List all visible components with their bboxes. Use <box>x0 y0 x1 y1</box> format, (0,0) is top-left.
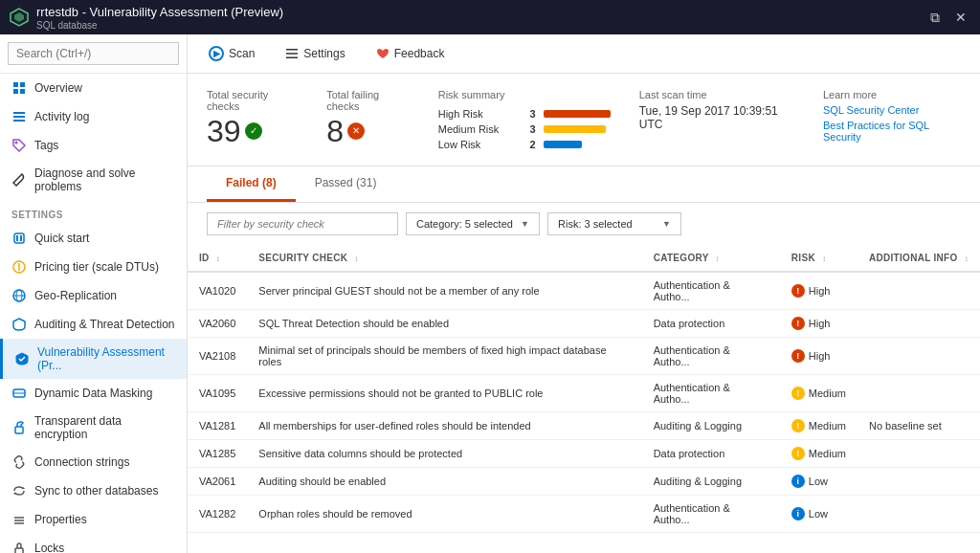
col-id[interactable]: ID ↕ <box>188 245 247 272</box>
sidebar-item-label: Connection strings <box>34 455 129 469</box>
best-practices-link[interactable]: Best Practices for SQL Security <box>823 120 961 143</box>
risk-row-low: Low Risk 2 <box>438 139 611 150</box>
risk-dropdown-arrow: ▼ <box>662 219 671 229</box>
search-box[interactable] <box>0 34 187 74</box>
risk-summary: Risk summary High Risk 3 Medium Risk 3 L… <box>438 89 611 150</box>
settings-button[interactable]: Settings <box>279 43 350 64</box>
table-row[interactable]: VA2108 Minimal set of principals should … <box>188 338 980 375</box>
toolbar: ▶ Scan Settings Feedback <box>188 34 980 74</box>
sql-security-center-link[interactable]: SQL Security Center <box>823 104 961 116</box>
table-row[interactable]: VA2060 SQL Threat Detection should be en… <box>188 310 980 338</box>
total-checks-block: Total security checks 39 ✓ <box>207 89 298 146</box>
risk-summary-label: Risk summary <box>438 89 611 100</box>
risk-dot: i <box>791 507 805 520</box>
title-bar: rrtestdb - Vulnerability Assessment (Pre… <box>0 0 980 34</box>
sidebar-item-geo-replication[interactable]: Geo-Replication <box>0 281 187 310</box>
svg-rect-8 <box>13 120 25 122</box>
cell-risk: ! Medium <box>780 440 858 468</box>
sidebar-item-label: Quick start <box>34 232 89 245</box>
risk-row-medium: Medium Risk 3 <box>438 123 611 135</box>
sidebar-item-locks[interactable]: Locks <box>0 534 187 553</box>
col-security-check[interactable]: SECURITY CHECK ↕ <box>247 245 641 272</box>
failing-badge: ✕ <box>347 122 365 140</box>
risk-text: Medium <box>809 420 846 431</box>
cell-check: Server principal GUEST should not be a m… <box>247 272 641 310</box>
risk-dot: ! <box>791 284 805 298</box>
tabs-row: Failed (8) Passed (31) <box>188 166 980 203</box>
scan-button[interactable]: ▶ Scan <box>203 42 260 65</box>
risk-count-high: 3 <box>523 108 536 120</box>
sidebar-item-overview[interactable]: Overview <box>0 74 187 102</box>
cell-additional <box>858 310 980 338</box>
risk-label-low: Low Risk <box>438 139 515 150</box>
risk-text: Low <box>809 508 828 520</box>
table-row[interactable]: VA1020 Server principal GUEST should not… <box>188 272 980 310</box>
sidebar-item-diagnose[interactable]: Diagnose and solve problems <box>0 160 187 200</box>
sidebar-item-pricing-tier[interactable]: Pricing tier (scale DTUs) <box>0 253 187 281</box>
settings-section-label: SETTINGS <box>0 200 187 224</box>
close-icon[interactable]: ✕ <box>951 8 970 27</box>
filter-input[interactable] <box>207 212 398 235</box>
sidebar-item-connection-strings[interactable]: Connection strings <box>0 448 187 476</box>
sidebar-item-properties[interactable]: Properties <box>0 505 187 534</box>
table-row[interactable]: VA1281 All memberships for user-defined … <box>188 412 980 440</box>
svg-rect-3 <box>20 82 25 87</box>
cell-risk: ! Medium <box>780 412 858 440</box>
sidebar-item-sync-databases[interactable]: Sync to other databases <box>0 476 187 505</box>
scan-time-value: Tue, 19 Sep 2017 10:39:51 UTC <box>639 104 794 131</box>
svg-rect-4 <box>13 89 18 94</box>
sidebar-item-tags[interactable]: Tags <box>0 131 187 160</box>
svg-rect-7 <box>13 116 25 118</box>
sidebar-item-label: Transparent data encryption <box>34 414 175 441</box>
cell-id: VA1282 <box>188 496 247 533</box>
search-input[interactable] <box>8 42 179 65</box>
risk-label-high: High Risk <box>438 108 515 120</box>
window-subtitle: SQL database <box>36 20 283 31</box>
svg-rect-11 <box>16 235 18 241</box>
svg-rect-27 <box>286 49 298 51</box>
cell-additional <box>858 468 980 496</box>
cell-check: Excessive permissions should not be gran… <box>247 375 641 412</box>
risk-bar-high <box>544 110 611 118</box>
tab-passed[interactable]: Passed (31) <box>296 166 396 202</box>
sidebar-item-dynamic-masking[interactable]: Dynamic Data Masking <box>0 379 187 408</box>
col-risk[interactable]: RISK ↕ <box>780 245 858 272</box>
risk-text: High <box>809 350 831 362</box>
category-dropdown[interactable]: Category: 5 selected ▼ <box>406 212 540 235</box>
table-row[interactable]: VA1282 Orphan roles should be removed Au… <box>188 496 980 533</box>
svg-rect-5 <box>20 89 25 94</box>
sidebar-item-auditing[interactable]: Auditing & Threat Detection <box>0 310 187 339</box>
col-additional-info[interactable]: ADDITIONAL INFO ↕ <box>858 245 980 272</box>
cell-category: Authentication & Autho... <box>642 272 780 310</box>
link-icon <box>11 454 27 470</box>
sync-icon <box>11 483 27 498</box>
risk-dot: ! <box>791 387 805 400</box>
sidebar-item-activity-log[interactable]: Activity log <box>0 102 187 131</box>
risk-label-medium: Medium Risk <box>438 123 515 135</box>
risk-text: Medium <box>809 448 846 459</box>
cell-additional <box>858 338 980 375</box>
sidebar-item-vulnerability[interactable]: Vulnerability Assessment (Pr... <box>0 339 187 379</box>
filter-row: Category: 5 selected ▼ Risk: 3 selected … <box>188 203 980 245</box>
risk-dropdown[interactable]: Risk: 3 selected ▼ <box>547 212 681 235</box>
window-controls[interactable]: ⧉ ✕ <box>926 8 970 28</box>
feedback-button[interactable]: Feedback <box>370 43 451 64</box>
svg-marker-1 <box>14 12 24 22</box>
sidebar-item-transparent-encryption[interactable]: Transparent data encryption <box>0 408 187 448</box>
sidebar-item-label: Tags <box>34 139 58 152</box>
col-category[interactable]: CATEGORY ↕ <box>642 245 780 272</box>
sidebar-item-label: Auditing & Threat Detection <box>34 318 175 331</box>
risk-bar-low <box>544 141 582 148</box>
sidebar-item-quick-start[interactable]: Quick start <box>0 224 187 253</box>
cell-additional <box>858 496 980 533</box>
category-dropdown-arrow: ▼ <box>521 219 529 229</box>
maximize-icon[interactable]: ⧉ <box>926 8 944 28</box>
total-failing-label: Total failing checks <box>326 89 410 112</box>
table-row[interactable]: VA1095 Excessive permissions should not … <box>188 375 980 412</box>
table-row[interactable]: VA1285 Sensitive data columns should be … <box>188 440 980 468</box>
tab-failed[interactable]: Failed (8) <box>207 166 296 202</box>
app-container: Overview Activity log Tags Diagnose and … <box>0 34 980 553</box>
sidebar: Overview Activity log Tags Diagnose and … <box>0 34 188 553</box>
table-row[interactable]: VA2061 Auditing should be enabled Auditi… <box>188 468 980 496</box>
cell-check: Auditing should be enabled <box>247 468 641 496</box>
